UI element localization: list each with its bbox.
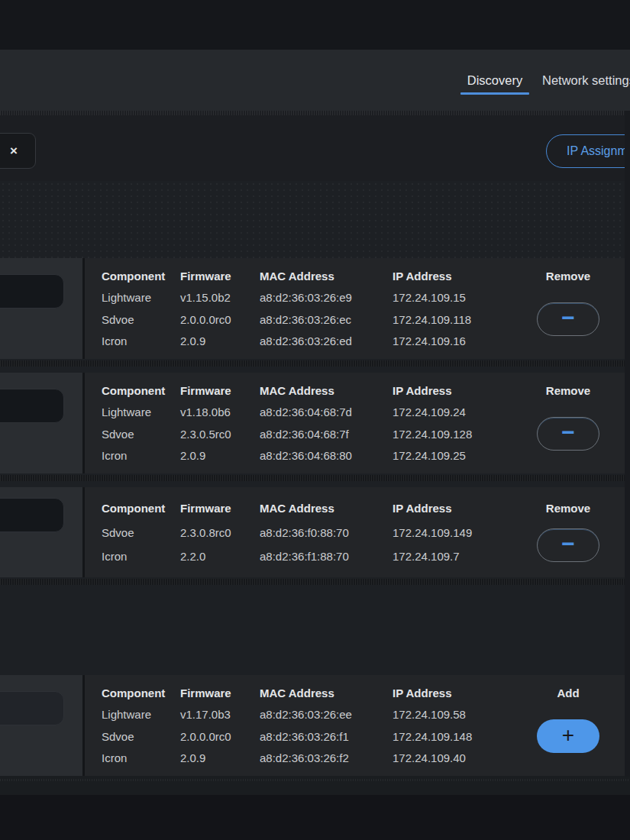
cell-ip-address: 172.24.109.16 [393, 334, 537, 348]
cell-component: Icron [102, 448, 180, 463]
cell-firmware: v1.18.0b6 [180, 405, 260, 419]
minus-icon: − [561, 306, 575, 329]
scrollbar-gutter [625, 111, 630, 777]
cell-mac-address: a8:d2:36:04:68:7f [260, 427, 393, 441]
column-header-action: Remove [537, 269, 599, 283]
cell-firmware: 2.3.0.8rc0 [180, 525, 260, 540]
cell-mac-address: a8:d2:36:03:26:f1 [260, 729, 393, 744]
column-header-mac-address: MAC Address [260, 501, 393, 515]
device-card: Component Firmware MAC Address IP Addres… [0, 675, 630, 776]
minus-icon: − [561, 421, 575, 444]
cell-component: Sdvoe [102, 525, 180, 540]
cell-firmware: 2.0.9 [180, 448, 260, 463]
tab-network-settings[interactable]: Network settings [542, 73, 630, 95]
cell-component: Sdvoe [102, 312, 180, 327]
cell-mac-address: a8:d2:36:03:26:e9 [260, 290, 393, 305]
card-gap [0, 359, 630, 373]
column-header-component: Component [102, 269, 180, 283]
cell-mac-address: a8:d2:36:f0:88:70 [260, 525, 393, 540]
device-card: Component Firmware MAC Address IP Addres… [0, 258, 630, 359]
column-header-firmware: Firmware [180, 686, 260, 700]
device-card: Component Firmware MAC Address IP Addres… [0, 487, 630, 577]
cell-firmware: v1.15.0b2 [180, 290, 260, 305]
cell-ip-address: 172.24.109.118 [393, 312, 537, 327]
cell-firmware: 2.3.0.5rc0 [180, 427, 260, 441]
bottom-area [0, 776, 630, 795]
toolbar: × IP Assignment [0, 111, 630, 181]
remove-device-button[interactable]: − [537, 417, 599, 451]
cell-mac-address: a8:d2:36:03:26:ec [260, 312, 393, 327]
device-thumbnail-strip [0, 487, 82, 577]
cell-mac-address: a8:d2:36:03:26:f2 [260, 751, 393, 765]
minus-icon: − [561, 532, 575, 555]
cell-firmware: 2.0.9 [180, 751, 260, 765]
cell-mac-address: a8:d2:36:03:26:ed [260, 334, 393, 348]
cell-mac-address: a8:d2:36:04:68:7d [260, 405, 393, 419]
device-thumbnail[interactable] [0, 389, 64, 423]
cell-firmware: 2.0.0.0rc0 [180, 729, 260, 744]
top-bar [0, 0, 630, 50]
column-header-action: Add [537, 686, 599, 700]
device-thumbnail[interactable] [0, 274, 64, 309]
cell-mac-address: a8:d2:36:03:26:ee [260, 707, 393, 722]
cell-firmware: 2.2.0 [180, 549, 260, 564]
table-header-row: Component Firmware MAC Address IP Addres… [102, 383, 630, 398]
column-header-ip-address: IP Address [393, 383, 537, 398]
column-header-firmware: Firmware [180, 269, 260, 283]
cell-firmware: 2.0.9 [180, 334, 260, 348]
card-gap [0, 577, 630, 675]
column-header-ip-address: IP Address [393, 501, 537, 515]
table-header-row: Component Firmware MAC Address IP Addres… [102, 269, 630, 283]
column-header-component: Component [102, 686, 180, 700]
column-header-firmware: Firmware [180, 383, 260, 398]
column-header-action: Remove [537, 383, 599, 398]
cell-ip-address: 172.24.109.24 [393, 405, 537, 419]
column-header-component: Component [102, 383, 180, 398]
close-icon: × [10, 144, 18, 159]
bottom-bar [0, 795, 630, 840]
cell-component: Sdvoe [102, 729, 180, 744]
table-header-row: Component Firmware MAC Address IP Addres… [102, 501, 630, 515]
remove-device-button[interactable]: − [537, 528, 599, 562]
device-thumbnail-strip [0, 373, 82, 473]
cell-ip-address: 172.24.109.149 [393, 525, 537, 540]
background-area [0, 181, 630, 258]
cell-component: Lightware [102, 707, 180, 722]
column-header-component: Component [102, 501, 180, 515]
tab-discovery[interactable]: Discovery [460, 73, 529, 95]
column-header-mac-address: MAC Address [260, 686, 393, 700]
cell-mac-address: a8:d2:36:04:68:80 [260, 448, 393, 463]
cell-ip-address: 172.24.109.58 [393, 707, 537, 722]
column-header-action: Remove [537, 501, 599, 515]
table-header-row: Component Firmware MAC Address IP Addres… [102, 686, 630, 700]
plus-icon: + [562, 725, 574, 746]
device-thumbnail[interactable] [0, 691, 64, 725]
cell-ip-address: 172.24.109.40 [393, 751, 537, 765]
column-header-ip-address: IP Address [393, 686, 537, 700]
ip-assignment-button[interactable]: IP Assignment [546, 134, 630, 168]
device-thumbnail[interactable] [0, 498, 64, 532]
cell-component: Sdvoe [102, 427, 180, 441]
add-device-button[interactable]: + [537, 719, 599, 753]
remove-device-button[interactable]: − [537, 302, 599, 336]
cell-mac-address: a8:d2:36:f1:88:70 [260, 549, 393, 564]
cell-component: Icron [102, 549, 180, 564]
device-thumbnail-strip [0, 258, 82, 359]
column-header-firmware: Firmware [180, 501, 260, 515]
device-card: Component Firmware MAC Address IP Addres… [0, 373, 630, 473]
column-header-mac-address: MAC Address [260, 269, 393, 283]
close-button[interactable]: × [0, 133, 36, 169]
device-card-list: Component Firmware MAC Address IP Addres… [0, 258, 630, 776]
cell-ip-address: 172.24.109.15 [393, 290, 537, 305]
card-gap [0, 473, 630, 487]
column-header-ip-address: IP Address [393, 269, 537, 283]
column-header-mac-address: MAC Address [260, 383, 393, 398]
cell-component: Lightware [102, 290, 180, 305]
tab-bar: Discovery Network settings [0, 50, 630, 111]
cell-ip-address: 172.24.109.148 [393, 729, 537, 744]
cell-component: Icron [102, 334, 180, 348]
cell-component: Icron [102, 751, 180, 765]
cell-firmware: v1.17.0b3 [180, 707, 260, 722]
device-thumbnail-strip [0, 675, 82, 776]
app-window: Discovery Network settings × IP Assignme… [0, 0, 630, 840]
